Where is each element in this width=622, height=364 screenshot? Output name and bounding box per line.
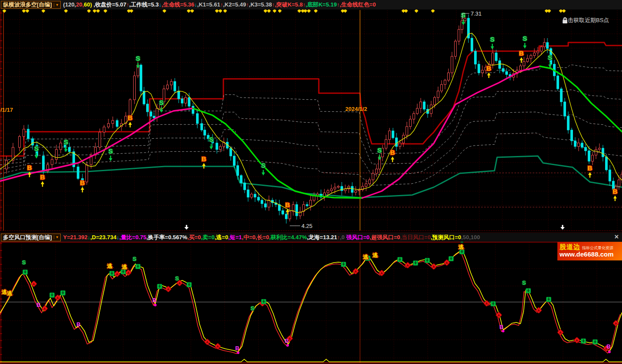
watermark-tagline: 指标公式量化资源 bbox=[582, 246, 613, 250]
k-line-yellow bbox=[0, 251, 622, 352]
axis-arrows bbox=[184, 225, 565, 230]
indicator-value: ,短=1 bbox=[228, 234, 242, 240]
svg-text:逃: 逃 bbox=[1, 289, 7, 295]
svg-text:B: B bbox=[606, 343, 610, 350]
candles-layer bbox=[6, 14, 622, 223]
oscillator-chart[interactable]: BBBBBBBSSSSSS逃逃逃逃逃逃逃 bbox=[0, 241, 622, 364]
oscillator-indicator-title: 多空风口预测[自编] bbox=[3, 234, 52, 241]
svg-text:S: S bbox=[209, 136, 213, 143]
indicator-value: ,底部K=5.19 bbox=[306, 1, 337, 8]
svg-text:S: S bbox=[523, 35, 527, 42]
svg-text:S: S bbox=[522, 280, 526, 286]
svg-text:S: S bbox=[64, 138, 68, 146]
svg-text:S: S bbox=[136, 55, 140, 62]
indicator-value: (120, bbox=[63, 1, 76, 8]
indicator-value: ,K3=5.38 bbox=[249, 1, 272, 8]
indicator-value: ,获利比=4.47% bbox=[269, 234, 307, 240]
bs-markers: SSSSSSSSSSSSBBBBBBBBBBB bbox=[27, 11, 618, 214]
indicator-value: Y=21.392 bbox=[63, 234, 88, 240]
lock-icon bbox=[562, 17, 568, 24]
svg-text:B: B bbox=[202, 155, 206, 162]
indicator-value: ,生命线红色=0 bbox=[340, 1, 376, 8]
signal-labels: BBBBBBBSSSSSS逃逃逃逃逃逃逃 bbox=[1, 241, 611, 351]
svg-text:B: B bbox=[27, 164, 32, 171]
svg-text:逃: 逃 bbox=[363, 254, 369, 260]
d-line-red bbox=[0, 253, 620, 354]
main-indicator-values: (120,20,60) ,收盘价=5.07↑,工作线=5.3↓,生命线=5.36… bbox=[63, 1, 376, 9]
svg-text:B: B bbox=[128, 114, 133, 121]
axis-left bbox=[0, 242, 2, 364]
indicator-value: ,中=0 bbox=[242, 234, 255, 240]
svg-text:B: B bbox=[487, 65, 491, 72]
red-diamond-markers bbox=[31, 260, 619, 352]
svg-text:S: S bbox=[490, 36, 494, 43]
indicator-value: ,龙海=13.21 bbox=[307, 234, 337, 240]
main-price-chart[interactable]: /1/172024/1/2SSSSSSSSSSSSBBBBBBBBBBB7.31… bbox=[0, 10, 622, 231]
indicator-value: ,突破K=5.8 bbox=[275, 1, 303, 8]
indicator-value: ,量比=0.75 bbox=[119, 234, 147, 240]
svg-text:S: S bbox=[251, 305, 255, 312]
indicator-value: ,长=0 bbox=[255, 234, 269, 240]
indicator-value: ,当日风口=0 bbox=[400, 234, 430, 240]
svg-text:7.31: 7.31 bbox=[471, 10, 481, 17]
svg-text:B: B bbox=[235, 345, 239, 351]
indicator-value: ,预测风口=0 bbox=[431, 234, 461, 240]
svg-text:S: S bbox=[261, 162, 265, 169]
indicator-value: ,生命线=5.36 bbox=[162, 1, 195, 8]
indicator-value: ,K2=5.49 bbox=[223, 1, 246, 8]
svg-text:B: B bbox=[36, 302, 40, 308]
level-lines bbox=[0, 242, 622, 363]
svg-text:S: S bbox=[175, 275, 179, 282]
oscillator-indicator-bar: 多空风口预测[自编] ▼ Y=21.392↓,D=23.734↓,量比=0.75… bbox=[0, 232, 622, 242]
svg-text:B: B bbox=[80, 179, 85, 186]
indicator-value: ,买=0 bbox=[187, 234, 201, 240]
grid-layer bbox=[0, 242, 622, 363]
svg-text:逃: 逃 bbox=[372, 252, 378, 258]
svg-text:B: B bbox=[40, 173, 45, 181]
indicator-value: ,K1=5.61 bbox=[197, 1, 220, 8]
svg-text:2024/1/2: 2024/1/2 bbox=[345, 106, 367, 112]
svg-text:S: S bbox=[461, 11, 465, 19]
main-indicator-title: 纵横波浪多空[自编] bbox=[3, 1, 52, 9]
bs-points-overlay[interactable]: 点击获取近期BS点 bbox=[562, 16, 609, 24]
svg-text:逃: 逃 bbox=[458, 244, 464, 250]
band-lines bbox=[0, 42, 622, 198]
svg-text:B: B bbox=[613, 188, 618, 195]
svg-text:B: B bbox=[588, 164, 593, 172]
svg-text:4.25: 4.25 bbox=[301, 223, 312, 229]
price-axis-left bbox=[0, 10, 2, 231]
svg-text:S: S bbox=[133, 256, 137, 262]
oscillator-indicator-values: Y=21.392↓,D=23.734↓,量比=0.75,换手率=0.567%,买… bbox=[63, 234, 480, 241]
close-panel-button[interactable]: ✕ bbox=[614, 234, 619, 240]
zero-signal-yellow bbox=[0, 359, 622, 362]
main-indicator-selector[interactable]: 纵横波浪多空[自编] ▼ bbox=[1, 1, 61, 9]
svg-text:S: S bbox=[548, 54, 552, 61]
svg-text:逃: 逃 bbox=[107, 263, 113, 269]
bs-overlay-text: 点击获取近期BS点 bbox=[562, 16, 609, 24]
magenta-dot-markers bbox=[154, 304, 611, 354]
svg-text:S: S bbox=[22, 259, 26, 266]
svg-text:S: S bbox=[377, 146, 382, 154]
watermark-ad[interactable]: 股道边 指标公式量化资源 www.de6688.com bbox=[557, 242, 622, 260]
svg-text:/1/17: /1/17 bbox=[0, 107, 13, 113]
main-indicator-bar: 纵横波浪多空[自编] ▼ (120,20,60) ,收盘价=5.07↑,工作线=… bbox=[0, 0, 622, 10]
dropdown-arrow-icon[interactable]: ▼ bbox=[54, 3, 59, 7]
indicator-value: ,换手率=0.567% bbox=[147, 234, 187, 240]
indicator-value: ,工作线=5.3 bbox=[129, 1, 159, 8]
svg-text:S: S bbox=[108, 147, 113, 155]
indicator-value: 20, bbox=[76, 1, 84, 8]
svg-text:B: B bbox=[285, 338, 288, 344]
indicator-value: 强风口=0 bbox=[345, 234, 370, 240]
svg-text:B: B bbox=[499, 324, 503, 330]
indicator-value: ,50,100 bbox=[461, 234, 480, 240]
indicator-value: ,逃=0 bbox=[215, 234, 228, 240]
dropdown-arrow-icon[interactable]: ▼ bbox=[54, 235, 59, 239]
svg-text:B: B bbox=[76, 321, 80, 328]
watermark-url: www.de6688.com bbox=[560, 250, 620, 258]
date-markers: /1/172024/1/2 bbox=[0, 10, 367, 231]
oscillator-indicator-selector[interactable]: 多空风口预测[自编] ▼ bbox=[1, 234, 61, 241]
indicator-value: 60) bbox=[84, 1, 92, 8]
indicator-value: ,收盘价=5.07 bbox=[92, 1, 126, 8]
grid-layer bbox=[0, 10, 622, 231]
svg-text:B: B bbox=[285, 201, 290, 208]
